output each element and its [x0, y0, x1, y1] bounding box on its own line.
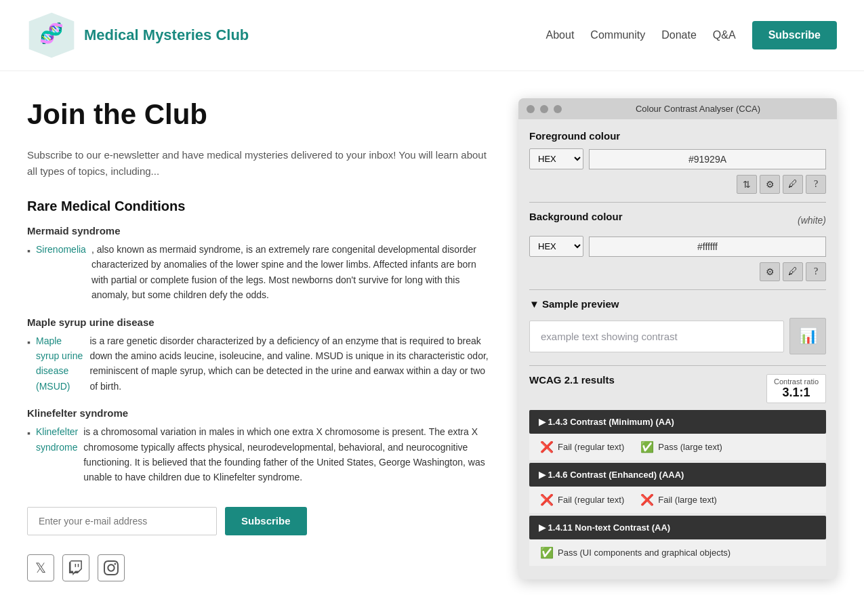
main-nav: About Community Donate Q&A Subscribe	[546, 21, 837, 49]
condition-list: Klinefelter syndrome is a chromosomal va…	[27, 424, 491, 485]
cca-titlebar: Colour Contrast Analyser (CCA)	[518, 98, 837, 119]
intro-text: Subscribe to our e-newsletter and have m…	[27, 147, 491, 180]
result-item: ✅Pass (large text)	[640, 440, 722, 453]
pass-icon: ✅	[640, 440, 654, 453]
background-eyedropper-btn[interactable]: 🖊	[783, 262, 803, 281]
foreground-row: HEX RGB HSL	[529, 148, 826, 169]
email-input[interactable]	[27, 507, 217, 535]
cca-divider-2	[529, 289, 826, 290]
foreground-hex-input[interactable]	[589, 149, 826, 169]
sample-text: example text showing contrast	[529, 321, 784, 352]
nav-qa[interactable]: Q&A	[713, 29, 736, 41]
background-hex-input[interactable]	[589, 237, 826, 257]
svg-text:🧬: 🧬	[39, 22, 64, 45]
background-row: HEX RGB HSL	[529, 236, 826, 257]
list-item: Klinefelter syndrome is a chromosomal va…	[27, 424, 491, 485]
background-icons: ⚙ 🖊 ?	[529, 262, 826, 281]
social-icons: 𝕏	[27, 554, 491, 581]
foreground-label: Foreground colour	[529, 130, 826, 142]
twitch-icon[interactable]	[62, 554, 89, 581]
instagram-icon[interactable]	[98, 554, 125, 581]
pass-icon: ✅	[540, 546, 554, 559]
fail-icon: ❌	[540, 493, 554, 506]
subscribe-form-button[interactable]: Subscribe	[225, 507, 307, 535]
site-title[interactable]: Medical Mysteries Club	[84, 26, 249, 44]
site-logo: 🧬	[27, 11, 76, 60]
result-item: ✅Pass (UI components and graphical objec…	[540, 546, 731, 559]
nav-donate[interactable]: Donate	[661, 29, 697, 41]
list-item: Sirenomelia, also known as mermaid syndr…	[27, 242, 491, 303]
condition-section: Mermaid syndromeSirenomelia, also known …	[27, 225, 491, 303]
section-title: Rare Medical Conditions	[27, 199, 491, 214]
condition-description: is a rare genetic disorder characterized…	[89, 333, 491, 394]
background-format-select[interactable]: HEX RGB HSL	[529, 236, 583, 257]
foreground-help-btn[interactable]: ?	[806, 175, 826, 194]
fail-icon: ❌	[540, 440, 554, 453]
wcag-accordion-body-nontext: ✅Pass (UI components and graphical objec…	[529, 539, 826, 566]
sample-preview-header: ▼ Sample preview	[529, 298, 826, 310]
condition-title: Klinefelter syndrome	[27, 407, 491, 419]
contrast-ratio-label: Contrast ratio	[774, 377, 819, 386]
twitter-icon[interactable]: 𝕏	[27, 554, 54, 581]
wcag-accordion-header-aaa[interactable]: ▶ 1.4.6 Contrast (Enhanced) (AAA)	[529, 463, 826, 487]
wcag-accordion-body-aaa: ❌Fail (regular text)❌Fail (large text)	[529, 487, 826, 513]
condition-section: Maple syrup urine diseaseMaple syrup uri…	[27, 316, 491, 394]
wcag-accordions: ▶ 1.4.3 Contrast (Minimum) (AA)❌Fail (re…	[529, 410, 826, 566]
result-label: Fail (regular text)	[558, 442, 624, 452]
result-label: Pass (large text)	[658, 442, 722, 452]
condition-description: , also known as mermaid syndrome, is an …	[91, 242, 491, 303]
contrast-ratio-value: 3.1:1	[774, 386, 819, 400]
cca-dot-red	[527, 105, 535, 113]
header-subscribe-button[interactable]: Subscribe	[752, 21, 837, 49]
foreground-icons: ⇅ ⚙ 🖊 ?	[529, 175, 826, 194]
foreground-eyedropper-btn[interactable]: 🖊	[783, 175, 803, 194]
wcag-header: WCAG 2.1 results Contrast ratio 3.1:1	[529, 374, 826, 403]
wcag-title: WCAG 2.1 results	[529, 374, 615, 386]
result-item: ❌Fail (large text)	[640, 493, 717, 506]
result-label: Fail (large text)	[658, 495, 717, 505]
result-item: ❌Fail (regular text)	[540, 493, 624, 506]
content-area: Join the Club Subscribe to our e-newslet…	[27, 98, 491, 581]
condition-section: Klinefelter syndromeKlinefelter syndrome…	[27, 407, 491, 485]
cca-title: Colour Contrast Analyser (CCA)	[567, 104, 829, 114]
cca-divider-3	[529, 365, 826, 366]
background-help-btn[interactable]: ?	[806, 262, 826, 281]
logo-area: 🧬 Medical Mysteries Club	[27, 11, 249, 60]
sample-chart-button[interactable]: 📊	[789, 318, 826, 354]
condition-list: Maple syrup urine disease (MSUD) is a ra…	[27, 333, 491, 394]
result-label: Pass (UI components and graphical object…	[558, 548, 731, 558]
result-item: ❌Fail (regular text)	[540, 440, 624, 453]
cca-panel: Colour Contrast Analyser (CCA) Foregroun…	[518, 98, 837, 579]
wcag-accordion-nontext: ▶ 1.4.11 Non-text Contrast (AA)✅Pass (UI…	[529, 516, 826, 566]
wcag-accordion-aa: ▶ 1.4.3 Contrast (Minimum) (AA)❌Fail (re…	[529, 410, 826, 460]
background-settings-btn[interactable]: ⚙	[760, 262, 780, 281]
condition-link[interactable]: Maple syrup urine disease (MSUD)	[36, 333, 84, 394]
background-white-label: (white)	[798, 215, 826, 226]
sample-preview-row: example text showing contrast 📊	[529, 318, 826, 354]
condition-link[interactable]: Sirenomelia	[36, 242, 86, 257]
wcag-accordion-aaa: ▶ 1.4.6 Contrast (Enhanced) (AAA)❌Fail (…	[529, 463, 826, 513]
foreground-settings-btn[interactable]: ⚙	[760, 175, 780, 194]
condition-link[interactable]: Klinefelter syndrome	[36, 424, 78, 455]
wcag-accordion-header-nontext[interactable]: ▶ 1.4.11 Non-text Contrast (AA)	[529, 516, 826, 539]
email-form: Subscribe	[27, 507, 491, 535]
contrast-ratio-box: Contrast ratio 3.1:1	[766, 374, 826, 403]
cca-dot-yellow	[540, 105, 548, 113]
background-label: Background colour	[529, 211, 623, 222]
fail-icon: ❌	[640, 493, 654, 506]
cca-dot-green	[554, 105, 562, 113]
conditions-list: Mermaid syndromeSirenomelia, also known …	[27, 225, 491, 485]
condition-list: Sirenomelia, also known as mermaid syndr…	[27, 242, 491, 303]
foreground-format-select[interactable]: HEX RGB HSL	[529, 148, 583, 169]
main-content: Join the Club Subscribe to our e-newslet…	[0, 71, 864, 609]
condition-title: Mermaid syndrome	[27, 225, 491, 237]
result-label: Fail (regular text)	[558, 495, 624, 505]
condition-description: is a chromosomal variation in males in w…	[83, 424, 491, 485]
nav-community[interactable]: Community	[590, 29, 645, 41]
cca-body: Foreground colour HEX RGB HSL ⇅ ⚙ 🖊 ? Ba…	[518, 119, 837, 579]
list-item: Maple syrup urine disease (MSUD) is a ra…	[27, 333, 491, 394]
foreground-swap-btn[interactable]: ⇅	[737, 175, 757, 194]
background-header: Background colour (white)	[529, 211, 826, 229]
nav-about[interactable]: About	[546, 29, 575, 41]
wcag-accordion-header-aa[interactable]: ▶ 1.4.3 Contrast (Minimum) (AA)	[529, 410, 826, 434]
